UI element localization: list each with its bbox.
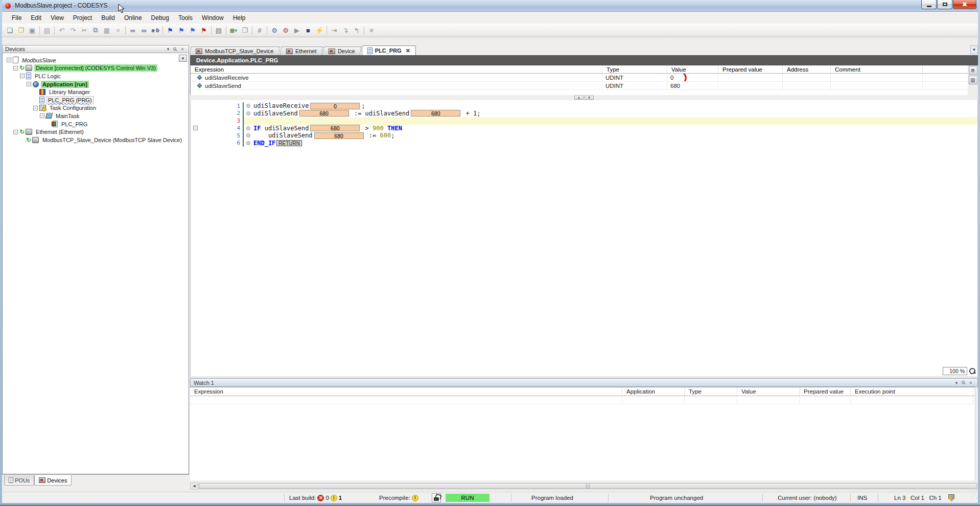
delete-icon[interactable]: ×	[112, 25, 124, 35]
breakpoint-dot[interactable]	[246, 141, 250, 145]
tree-item-plc_prg[interactable]: PLC_PRG	[3, 120, 189, 128]
tree-item-library[interactable]: Library Manager	[3, 88, 189, 96]
start-icon[interactable]: ▶	[291, 25, 302, 35]
panel-menu-icon[interactable]: ▾	[165, 47, 172, 52]
menu-help[interactable]: Help	[228, 13, 250, 23]
editor-tab-device[interactable]: Device	[322, 47, 361, 55]
decl-column-expression[interactable]: Expression	[191, 65, 602, 73]
code-line-5[interactable]: 5 udiSlaveSend680 := 600;	[191, 132, 977, 140]
save-icon[interactable]: ▣	[27, 25, 38, 35]
declaration-row[interactable]: udiSlaveSendUDINT680	[191, 82, 968, 90]
code-line-6[interactable]: 6END_IFRETURN	[191, 140, 977, 147]
tree-item-modbustcp_slave_device[interactable]: ↻ModbusTCP_Slave_Device (ModbusTCP Slave…	[3, 136, 189, 144]
watch-column-expression[interactable]: Expression	[190, 387, 622, 396]
paste-icon[interactable]: ▦	[101, 25, 112, 35]
editor-zoom-level[interactable]: 100 %	[943, 367, 967, 375]
code-line-4[interactable]: −4IF udiSlaveSend680 > 900 THEN	[191, 125, 977, 132]
code-line-2[interactable]: 2udiSlaveSend680 := udiSlaveSend680 + 1;	[191, 110, 977, 118]
watch-empty-cell[interactable]	[622, 396, 685, 404]
bookmark-next-icon[interactable]: ⚑	[176, 25, 187, 35]
documentation-view-button[interactable]: ▥	[969, 76, 977, 84]
watch-column-execution-point[interactable]: Execution point	[851, 387, 973, 396]
tree-item-device[interactable]: −↻Device [connected] (CODESYS Control Wi…	[3, 64, 189, 73]
resize-grip[interactable]: ⋰⋰	[971, 495, 977, 501]
watch-column-type[interactable]: Type	[685, 387, 737, 396]
breakpoint-dot[interactable]	[246, 133, 250, 137]
logout-icon[interactable]: ⚙	[280, 25, 291, 35]
open-file-icon[interactable]: ❐	[15, 25, 27, 35]
editor-tab-modbustcp_slave_device[interactable]: ModbusTCP_Slave_Device	[190, 47, 280, 55]
print-icon[interactable]: ▤	[41, 25, 53, 35]
tree-item-maintask[interactable]: −MainTask	[3, 112, 189, 120]
menu-edit[interactable]: Edit	[26, 13, 46, 23]
watch-column-application[interactable]: Application	[622, 387, 685, 396]
tree-item-application[interactable]: −Application [run]	[3, 80, 189, 88]
menu-debug[interactable]: Debug	[147, 13, 174, 23]
minimize-button[interactable]	[921, 0, 937, 9]
watch-menu-icon[interactable]: ▾	[953, 380, 960, 385]
splitter-down-icon[interactable]: ▼	[585, 96, 594, 100]
decl-column-comment[interactable]: Comment	[831, 65, 923, 73]
editor-tab-plc_prg[interactable]: PLC_PRG✕	[362, 45, 416, 55]
tree-item-plc_prg[interactable]: PLC_PRG (PRG)	[3, 96, 189, 104]
code-line-1[interactable]: 1udiSlaveReceive0;	[191, 102, 977, 110]
undo-icon[interactable]: ↶	[56, 25, 67, 35]
find-replace-icon[interactable]: ∞	[138, 25, 150, 35]
copy-icon[interactable]: ⧉	[90, 25, 101, 35]
watch-empty-cell[interactable]	[190, 396, 622, 404]
match-case-icon[interactable]: a·b	[150, 25, 161, 35]
code-fold-icon[interactable]: −	[193, 126, 198, 130]
pin-icon[interactable]: ⚲	[172, 47, 179, 52]
scrollbar-thumb[interactable]: |||	[199, 483, 977, 489]
bookmark-toggle-icon[interactable]: ⚑	[165, 25, 176, 35]
watch-empty-cell[interactable]	[737, 396, 800, 404]
watch-pin-icon[interactable]: ⚲	[960, 380, 967, 385]
single-cycle-icon[interactable]: ⚡	[314, 25, 325, 35]
watch-column-value[interactable]: Value	[737, 387, 800, 396]
new-file-icon[interactable]: ❏	[4, 25, 15, 35]
decl-column-address[interactable]: Address	[783, 65, 831, 73]
menu-tools[interactable]: Tools	[174, 13, 197, 23]
menu-build[interactable]: Build	[97, 13, 120, 23]
build-icon[interactable]: #	[254, 25, 265, 35]
maximize-button[interactable]	[937, 0, 952, 9]
watch-empty-row[interactable]	[190, 396, 975, 404]
declaration-view-button[interactable]: ≣	[969, 66, 977, 75]
watch-empty-cell[interactable]	[685, 396, 737, 404]
expander-icon[interactable]: −	[27, 82, 31, 86]
tree-item-plc[interactable]: −PLC Logic	[3, 72, 189, 80]
editor-splitter[interactable]: ▲ ▼	[190, 95, 978, 100]
splitter-up-icon[interactable]: ▲	[574, 96, 584, 100]
breakpoint-dot[interactable]	[246, 111, 250, 116]
breakpoint-dot[interactable]	[246, 104, 250, 108]
menu-project[interactable]: Project	[68, 13, 97, 23]
tab-devices[interactable]: Devices	[34, 475, 72, 486]
tree-item-modbusslave[interactable]: −ModbusSlave	[3, 56, 189, 64]
scroll-left-icon[interactable]: ◀	[190, 482, 198, 490]
tree-dropdown-button[interactable]: ▼	[179, 55, 187, 62]
edit-object-icon[interactable]: ❐	[239, 25, 250, 35]
close-panel-icon[interactable]: ×	[179, 47, 186, 52]
tab-pous[interactable]: POUs	[4, 475, 34, 486]
expander-icon[interactable]: −	[7, 58, 11, 62]
watch-close-icon[interactable]: ×	[967, 380, 974, 385]
tab-list-dropdown-icon[interactable]: ▼	[970, 45, 978, 54]
step-over-icon[interactable]: ⇥	[329, 25, 340, 35]
tree-item-task[interactable]: −Task Configuration	[3, 104, 189, 112]
tab-close-icon[interactable]: ✕	[406, 48, 410, 54]
bookmark-clear-icon[interactable]: ⚑	[198, 25, 209, 35]
new-object-dropdown-icon[interactable]: ▦▾	[228, 25, 239, 35]
menu-file[interactable]: File	[7, 13, 26, 23]
expander-icon[interactable]: −	[13, 130, 18, 134]
watch-horizontal-scrollbar[interactable]: ◀ |||	[190, 482, 978, 490]
tree-item-ethernet[interactable]: −↻Ethernet (Ethernet)	[3, 128, 189, 136]
step-out-icon[interactable]: ↰	[351, 25, 362, 35]
redo-icon[interactable]: ↷	[67, 25, 79, 35]
menu-view[interactable]: View	[46, 13, 68, 23]
expander-icon[interactable]: −	[33, 106, 38, 110]
watch-column-prepared-value[interactable]: Prepared value	[800, 387, 851, 396]
watch-empty-cell[interactable]	[800, 396, 851, 404]
menu-online[interactable]: Online	[120, 13, 147, 23]
bookmark-prev-icon[interactable]: ⚑	[187, 25, 198, 35]
magnifier-icon[interactable]	[968, 367, 976, 375]
